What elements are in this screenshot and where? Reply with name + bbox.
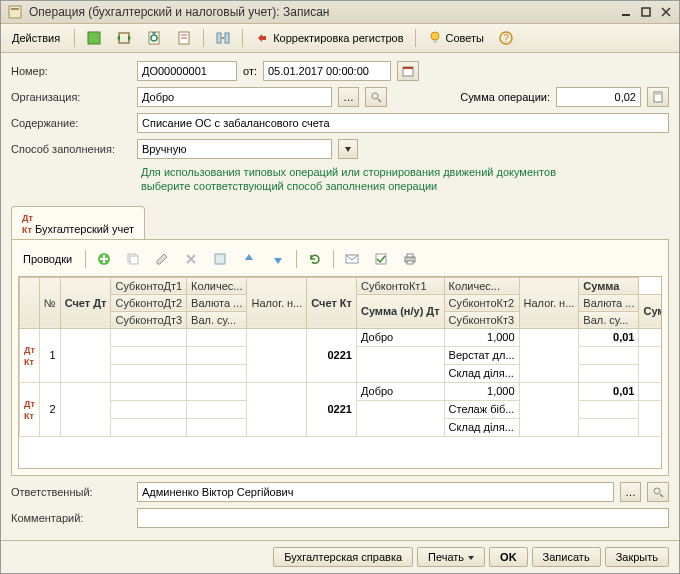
dtkt-icon: ДтКт	[24, 399, 35, 421]
ok-button[interactable]: OK	[489, 547, 528, 567]
responsible-select-button[interactable]: …	[620, 482, 641, 502]
comment-input[interactable]	[137, 508, 669, 528]
col-tax-kt[interactable]: Налог. н...	[519, 277, 579, 328]
org-input[interactable]	[137, 87, 332, 107]
org-select-button[interactable]: …	[338, 87, 359, 107]
app-icon	[7, 4, 23, 20]
number-input[interactable]	[137, 61, 237, 81]
svg-rect-28	[130, 256, 138, 264]
delete-row-button[interactable]	[178, 248, 204, 270]
svg-rect-13	[217, 33, 221, 43]
responsible-input[interactable]	[137, 482, 614, 502]
refresh-button[interactable]	[302, 248, 328, 270]
responsible-open-button[interactable]	[647, 482, 669, 502]
maximize-button[interactable]	[639, 5, 653, 19]
col-currency-kt[interactable]: Валюта ...	[579, 294, 639, 311]
fill-mode-dropdown[interactable]	[338, 139, 358, 159]
settings-button[interactable]	[368, 248, 394, 270]
svg-rect-7	[119, 33, 129, 43]
col-cur-sum[interactable]: Вал. су...	[187, 311, 247, 328]
move-up-button[interactable]	[236, 248, 262, 270]
close-window-button[interactable]: Закрыть	[605, 547, 669, 567]
col-subkonto-kt1[interactable]: СубконтоКт1	[356, 277, 444, 294]
number-label: Номер:	[11, 65, 131, 77]
svg-rect-34	[407, 261, 413, 264]
svg-rect-3	[642, 8, 650, 16]
bottom-bar: Бухгалтерская справка Печать OK Записать…	[1, 540, 679, 573]
save-button[interactable]: Записать	[532, 547, 601, 567]
window-title: Операция (бухгалтерский и налоговый учет…	[29, 5, 613, 19]
toolbar-btn-1[interactable]	[81, 27, 107, 49]
comment-label: Комментарий:	[11, 512, 131, 524]
add-row-button[interactable]	[91, 248, 117, 270]
copy-row-button[interactable]	[120, 248, 146, 270]
svg-rect-14	[225, 33, 229, 43]
fill-mode-label: Способ заполнения:	[11, 143, 131, 155]
toolbar-btn-2[interactable]	[111, 27, 137, 49]
org-label: Организация:	[11, 91, 131, 103]
correction-button[interactable]: Корректировка регистров	[249, 27, 408, 49]
col-currency[interactable]: Валюта ...	[187, 294, 247, 311]
col-tax[interactable]: Налог. н...	[247, 277, 307, 328]
svg-point-16	[431, 32, 439, 40]
sum-input[interactable]	[556, 87, 641, 107]
svg-point-35	[654, 488, 660, 494]
content-input[interactable]	[137, 113, 669, 133]
actions-menu[interactable]: Действия	[7, 29, 68, 47]
table-row[interactable]: ДтКт 1 0221 Добро 1,000 0,01	[20, 328, 663, 346]
tips-button[interactable]: Советы	[422, 27, 489, 49]
mark-button[interactable]	[339, 248, 365, 270]
fill-mode-input[interactable]	[137, 139, 332, 159]
form-area: Номер: от: Организация: … Сумма операции…	[1, 53, 679, 202]
hint-text: Для использования типовых операций или с…	[11, 165, 669, 194]
col-sum-kt[interactable]: Сумма (н/у) Кт	[639, 294, 662, 328]
col-qty-kt[interactable]: Количес...	[444, 277, 519, 294]
col-account-dt[interactable]: Счет Дт	[60, 277, 111, 328]
responsible-label: Ответственный:	[11, 486, 131, 498]
dtkt-icon: ДтКт	[22, 213, 33, 235]
col-subkonto-kt3[interactable]: СубконтоКт3	[444, 311, 519, 328]
edit-row-button[interactable]	[149, 248, 175, 270]
table-row[interactable]: ДтКт 2 0221 Добро 1,000 0,01	[20, 382, 663, 400]
postings-toolbar: Проводки	[18, 246, 662, 276]
svg-rect-1	[11, 8, 19, 10]
minimize-button[interactable]	[619, 5, 633, 19]
col-sum-dt[interactable]: Сумма (н/у) Дт	[356, 294, 444, 328]
from-label: от:	[243, 65, 257, 77]
col-qty[interactable]: Количес...	[187, 277, 247, 294]
sum-label: Сумма операции:	[460, 91, 550, 103]
col-cur-sum-kt[interactable]: Вал. су...	[579, 311, 639, 328]
col-num[interactable]: №	[39, 277, 60, 328]
print-menu-button[interactable]: Печать	[417, 547, 485, 567]
org-open-button[interactable]	[365, 87, 387, 107]
close-button[interactable]	[659, 5, 673, 19]
svg-text:?: ?	[503, 33, 509, 44]
content-label: Содержание:	[11, 117, 131, 129]
date-picker-button[interactable]	[397, 61, 419, 81]
svg-rect-0	[9, 6, 21, 18]
finish-edit-button[interactable]	[207, 248, 233, 270]
sum-calc-button[interactable]	[647, 87, 669, 107]
toolbar-btn-3[interactable]	[141, 27, 167, 49]
move-down-button[interactable]	[265, 248, 291, 270]
date-input[interactable]	[263, 61, 391, 81]
col-subkonto-dt2[interactable]: СубконтоДт2	[111, 294, 187, 311]
print-button[interactable]	[397, 248, 423, 270]
svg-point-22	[372, 93, 378, 99]
postings-grid[interactable]: № Счет Дт СубконтоДт1 Количес... Налог. …	[18, 276, 662, 469]
postings-menu[interactable]: Проводки	[18, 250, 80, 268]
toolbar-btn-4[interactable]	[171, 27, 197, 49]
help-button[interactable]: ?	[493, 27, 519, 49]
col-subkonto-kt2[interactable]: СубконтоКт2	[444, 294, 519, 311]
col-subkonto-dt1[interactable]: СубконтоДт1	[111, 277, 187, 294]
footer-form: Ответственный: … Комментарий:	[1, 476, 679, 540]
toolbar-btn-5[interactable]	[210, 27, 236, 49]
svg-rect-12	[181, 37, 187, 39]
col-account-kt[interactable]: Счет Кт	[307, 277, 357, 328]
col-subkonto-dt3[interactable]: СубконтоДт3	[111, 311, 187, 328]
svg-rect-17	[433, 40, 437, 43]
svg-rect-29	[215, 254, 225, 264]
col-sum[interactable]: Сумма	[579, 277, 639, 294]
reference-button[interactable]: Бухгалтерская справка	[273, 547, 413, 567]
tab-accounting[interactable]: ДтКт Бухгалтерский учет	[11, 206, 145, 239]
